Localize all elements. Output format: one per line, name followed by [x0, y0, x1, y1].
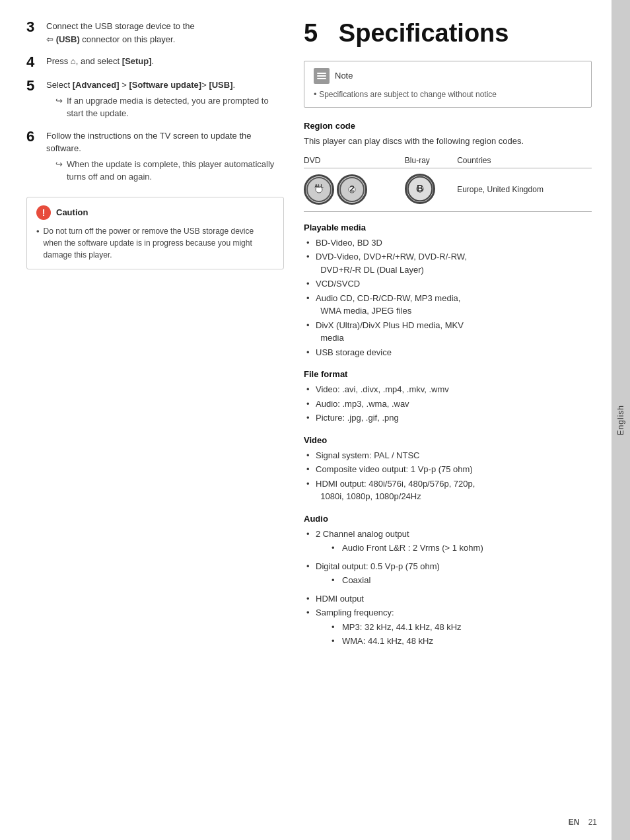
table-header-bluray: Blu-ray — [405, 153, 457, 168]
svg-text:ALL: ALL — [314, 184, 324, 188]
file-format-list: Video: .avi, .divx, .mp4, .mkv, .wmv Aud… — [306, 383, 592, 425]
step-5-substep: ↪ If an upgrade media is detected, you a… — [46, 94, 284, 120]
table-header-dvd: DVD — [304, 153, 405, 168]
dvd-discs-cell: ALL 2 — [304, 168, 405, 211]
list-item: Digital output: 0.5 Vp-p (75 ohm) Coaxia… — [306, 560, 592, 587]
dvd-all-badge: ALL — [304, 174, 334, 205]
caution-title: Caution — [56, 207, 88, 217]
note-title: Note — [335, 71, 353, 81]
svg-text:B: B — [417, 183, 423, 193]
note-lines-icon — [317, 73, 326, 79]
list-item: Signal system: PAL / NTSC — [306, 449, 592, 462]
list-item: Picture: .jpg, .gif, .png — [306, 411, 592, 425]
list-item: Composite video output: 1 Vp-p (75 ohm) — [306, 463, 592, 476]
list-item: WMA: 44.1 kHz, 48 kHz — [325, 635, 592, 648]
region-code-table: DVD Blu-ray Countries — [304, 153, 592, 212]
step-number-5: 5 — [26, 79, 41, 93]
playable-media-heading: Playable media — [304, 223, 592, 232]
dvd-2-badge: 2 — [337, 174, 367, 205]
region-code-heading: Region code — [304, 121, 592, 131]
step-5-content: Select [Advanced] > [Software update]> [… — [46, 79, 284, 120]
side-language-tab: English — [612, 0, 630, 840]
arrow-icon: ↪ — [55, 94, 63, 120]
audio-list: 2 Channel analog output Audio Front L&R … — [306, 528, 592, 648]
step-number-4: 4 — [26, 55, 41, 69]
caution-body: Do not turn off the power or remove the … — [44, 225, 274, 261]
playable-media-list: BD-Video, BD 3D DVD-Video, DVD+R/+RW, DV… — [306, 236, 592, 359]
svg-text:2: 2 — [349, 184, 354, 193]
arrow-icon-2: ↪ — [55, 158, 63, 184]
step-6-content: Follow the instructions on the TV screen… — [46, 129, 284, 184]
right-column: 5 Specifications Note — [304, 20, 592, 820]
step-number-3: 3 — [26, 20, 41, 34]
list-item: Coaxial — [325, 574, 592, 587]
note-bullet: • — [314, 89, 319, 99]
list-item: MP3: 32 kHz, 44.1 kHz, 48 kHz — [325, 621, 592, 634]
step-4: 4 Press ⌂, and select [Setup]. — [26, 55, 284, 69]
step-5-substep-text: If an upgrade media is detected, you are… — [67, 94, 284, 120]
region-code-description: This player can play discs with the foll… — [304, 135, 592, 148]
usb-icon: ⇦ (USB) — [46, 34, 80, 44]
note-box: Note • Specifications are subject to cha… — [304, 61, 592, 108]
chapter-heading: 5 Specifications — [304, 20, 592, 48]
audio-sub-list-3: MP3: 32 kHz, 44.1 kHz, 48 kHz WMA: 44.1 … — [318, 621, 592, 648]
list-item: Audio: .mp3, .wma, .wav — [306, 398, 592, 411]
audio-sub-list: Audio Front L&R : 2 Vrms (> 1 kohm) — [318, 542, 592, 555]
list-item: VCD/SVCD — [306, 277, 592, 291]
language-label: English — [616, 405, 625, 435]
countries-cell: Europe, United Kingdom — [457, 168, 592, 211]
caution-header: ! Caution — [36, 205, 274, 220]
list-item: HDMI output — [306, 592, 592, 606]
list-item: 2 Channel analog output Audio Front L&R … — [306, 528, 592, 555]
language-code: EN — [569, 818, 580, 827]
note-icon — [314, 68, 330, 84]
file-format-heading: File format — [304, 369, 592, 379]
audio-heading: Audio — [304, 514, 592, 524]
chapter-number: 5 — [304, 19, 318, 47]
list-item: Audio Front L&R : 2 Vrms (> 1 kohm) — [325, 542, 592, 555]
list-item: Audio CD, CD-R/CD-RW, MP3 media, WMA med… — [306, 292, 592, 318]
left-column: 3 Connect the USB storage device to the … — [26, 20, 284, 820]
video-list: Signal system: PAL / NTSC Composite vide… — [306, 449, 592, 503]
caution-text: • Do not turn off the power or remove th… — [36, 225, 274, 261]
step-6: 6 Follow the instructions on the TV scre… — [26, 129, 284, 184]
note-text: • Specifications are subject to change w… — [314, 88, 582, 101]
list-item: Video: .avi, .divx, .mp4, .mkv, .wmv — [306, 383, 592, 396]
list-item: USB storage device — [306, 346, 592, 359]
step-number-6: 6 — [26, 129, 41, 144]
step-3: 3 Connect the USB storage device to the … — [26, 20, 284, 46]
step-6-substep-text: When the update is complete, this player… — [67, 158, 284, 184]
note-header: Note — [314, 68, 582, 84]
countries-text: Europe, United Kingdom — [457, 185, 543, 194]
chapter-title: Specifications — [339, 19, 509, 47]
dvd-disc-icons: ALL 2 — [304, 174, 400, 205]
bluray-b-badge: B — [405, 174, 435, 204]
step-3-content: Connect the USB storage device to the ⇦ … — [46, 20, 195, 46]
table-row: ALL 2 — [304, 168, 592, 211]
page-footer: EN 21 — [569, 818, 597, 827]
step-6-substep: ↪ When the update is complete, this play… — [46, 158, 284, 184]
caution-box: ! Caution • Do not turn off the power or… — [26, 197, 284, 269]
list-item: DVD-Video, DVD+R/+RW, DVD-R/-RW, DVD+R/-… — [306, 250, 592, 276]
step-5: 5 Select [Advanced] > [Software update]>… — [26, 79, 284, 120]
audio-sub-list-2: Coaxial — [318, 574, 592, 587]
list-item: HDMI output: 480i/576i, 480p/576p, 720p,… — [306, 477, 592, 503]
list-item: DivX (Ultra)/DivX Plus HD media, MKV med… — [306, 319, 592, 345]
page-number: 21 — [588, 818, 597, 827]
list-item: Sampling frequency: MP3: 32 kHz, 44.1 kH… — [306, 606, 592, 648]
caution-icon: ! — [36, 205, 51, 220]
bluray-disc-cell: B — [405, 168, 457, 211]
caution-bullet: • Do not turn off the power or remove th… — [36, 225, 274, 261]
list-item: BD-Video, BD 3D — [306, 236, 592, 250]
note-body: Specifications are subject to change wit… — [319, 90, 497, 99]
table-header-countries: Countries — [457, 153, 592, 168]
bullet-dot: • — [36, 225, 40, 261]
video-heading: Video — [304, 435, 592, 445]
step-4-content: Press ⌂, and select [Setup]. — [46, 55, 154, 68]
